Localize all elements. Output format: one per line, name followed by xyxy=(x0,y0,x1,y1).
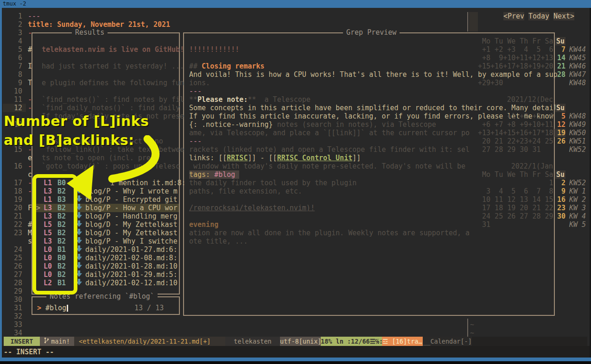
list-bullet: - xyxy=(28,29,32,37)
preview-text-segment: tags: xyxy=(189,170,214,179)
git-branch-segment[interactable]: main! xyxy=(40,337,74,346)
text-cursor xyxy=(67,305,68,312)
buffer-line: title: Sunday, November 21st, 2021 xyxy=(28,20,170,29)
line-number: 11 xyxy=(4,95,22,104)
result-row[interactable]: blog/P - Handling merg xyxy=(85,212,178,220)
calendar-date[interactable]: 28 xyxy=(554,70,566,79)
calendar-week-days: 20 21 22+23+24 25 xyxy=(478,137,553,145)
calendar-tab[interactable]: __Calendar[-] xyxy=(423,337,472,346)
result-row[interactable]: blog/D - My Zettelkast xyxy=(85,220,178,229)
buffer-bleed-text: telekasten.nvim is live on GitHub! xyxy=(42,45,184,54)
preview-line: ## Closing remarks xyxy=(189,62,265,70)
calendar-week-number: KW47 xyxy=(569,70,586,79)
calendar-week-number: KW48 xyxy=(569,79,586,87)
statusline: INSERT main! <ettelkasten/daily/2021-11-… xyxy=(4,337,587,346)
calendar-today-button[interactable]: Today xyxy=(528,12,549,20)
line-number: 31 xyxy=(4,304,22,312)
line-number: 17 xyxy=(4,179,22,187)
calendar-week-days: 27 28 29 30 31 xyxy=(478,145,540,154)
buffer-bleed-text: `find_daily_notes()` : find daily xyxy=(42,104,180,112)
result-row[interactable]: blog/P - How a CPU wor xyxy=(85,204,178,212)
calendar-date[interactable]: 16 xyxy=(554,195,566,204)
calendar-week-days: 17 18 19 20 21 22 xyxy=(478,204,553,212)
result-row[interactable]: daily/2021-02-08.md:8: xyxy=(85,254,178,262)
line-number: 32 xyxy=(4,312,22,320)
calendar-date[interactable]: 14 xyxy=(554,54,566,62)
line-number: 25 xyxy=(4,254,22,262)
calendar-week-number: KW52 xyxy=(569,179,586,187)
preview-text-segment: Please note: xyxy=(197,95,248,104)
preview-line: ions. xyxy=(189,79,210,87)
result-row[interactable]: daily/2021-01-29.md:5: xyxy=(85,270,178,279)
result-row[interactable]: blog/P - Why I switche xyxy=(85,237,178,245)
preview-line: ote title, ... xyxy=(189,237,248,245)
line-number: 22 xyxy=(4,220,22,229)
calendar-week-number: KW46 xyxy=(569,62,586,70)
encoding-segment: utf-8[unix] xyxy=(280,337,321,346)
annotation-line-1: Number of [L]inks xyxy=(4,113,149,129)
preview-text-segment: RRISC Control Unit xyxy=(277,154,353,162)
window-bottom-border xyxy=(0,358,591,361)
command-line-area xyxy=(2,346,590,358)
line-number: 29 xyxy=(4,287,22,295)
calendar-week-number: KW52 xyxy=(569,145,586,154)
preview-text-segment: notes (search in notes), via Telescope xyxy=(273,120,436,129)
calendar-date[interactable]: 21 xyxy=(554,62,566,70)
calendar-next-button[interactable]: Next> xyxy=(553,12,574,20)
preview-line: window with today's daily note pre-selec… xyxy=(189,162,465,170)
line-number: 19 xyxy=(4,195,22,204)
calendar-prev-button[interactable]: <Prev xyxy=(503,12,524,20)
result-counter: 13 / 13 xyxy=(134,304,164,312)
calendar-date[interactable]: 26 xyxy=(554,137,566,145)
calendar-week-days: +15+16+17+18+19+20 xyxy=(478,62,553,70)
buffer-bleed-text: e plugin defines the following fun xyxy=(42,79,184,87)
preview-line: !!!!!!!!!!!! xyxy=(189,45,239,54)
empty-line-tilde: ~ xyxy=(470,329,474,337)
buffer-char: # xyxy=(28,45,32,54)
line-number: 12 xyxy=(4,104,22,112)
preview-text-segment: links: [[ xyxy=(189,154,227,162)
calendar-date[interactable]: 2 xyxy=(554,179,566,187)
preview-line: rackets (linked note) and open a Telesco… xyxy=(189,145,470,154)
buffer-char: M xyxy=(28,229,32,237)
desktop-edge xyxy=(0,361,591,364)
line-number: 6 xyxy=(4,54,22,62)
result-row[interactable]: blog/D - My Zettelkast xyxy=(85,229,178,237)
calendar-date[interactable]: 7 xyxy=(554,45,566,54)
calendar-date[interactable]: 23 xyxy=(554,204,566,212)
insert-mode-message: -- INSERT -- xyxy=(4,348,54,356)
line-number: 26 xyxy=(4,262,22,270)
preview-line: --- xyxy=(189,137,202,145)
result-row[interactable]: daily/2021-01-27.md:6: xyxy=(85,245,178,254)
result-row[interactable]: daily/2021-01-28.md:10 xyxy=(85,262,178,270)
result-row[interactable]: daily/2021-02-12.md:10 xyxy=(85,279,178,287)
calendar-date[interactable]: 19 xyxy=(554,129,566,137)
calendar-week-days: +1 +2 +3 4 xyxy=(478,112,553,120)
mode-indicator: INSERT xyxy=(4,337,40,346)
search-input[interactable]: #blog xyxy=(45,304,66,312)
calendar-week-days: 1 xyxy=(478,179,553,187)
line-number: 33 xyxy=(4,320,22,329)
preview-text-segment: #blog xyxy=(214,170,235,179)
line-number: 8 xyxy=(4,70,22,79)
preview-text-segment: Closing remarks xyxy=(202,62,264,70)
filename-segment[interactable]: <ettelkasten/daily/2021-11-21.md[+] xyxy=(74,337,225,346)
calendar-date[interactable]: 9 xyxy=(554,187,566,195)
line-number: 7 xyxy=(4,62,22,70)
buffer-bleed-text: `find_notes()` : find notes by fil xyxy=(42,95,184,104)
line-number: 21 xyxy=(4,212,22,220)
line-number: 1 xyxy=(4,12,22,20)
line-number: 34 xyxy=(4,329,22,337)
calendar-date[interactable]: 5 xyxy=(554,112,566,120)
line-number: 18 xyxy=(4,187,22,195)
preview-line: links: [[RRISC]] - [[RRISC Control Unit]… xyxy=(189,154,361,162)
buffer-badge-segment[interactable]: ☲ [16]tra… xyxy=(382,337,423,346)
line-number: 27 xyxy=(4,270,22,279)
preview-text-segment: ** xyxy=(189,95,197,104)
cursor-position-segment: 18% ln :12/66☰℅:50 xyxy=(321,337,382,346)
preview-window-title: Grep Preview xyxy=(343,28,400,37)
calendar-date[interactable]: 30 xyxy=(554,212,566,220)
calendar-date[interactable]: 12 xyxy=(554,120,566,129)
preview-line: ame, via Telescope, and place a `[[link]… xyxy=(189,129,470,137)
list-bullet: - xyxy=(28,179,32,187)
